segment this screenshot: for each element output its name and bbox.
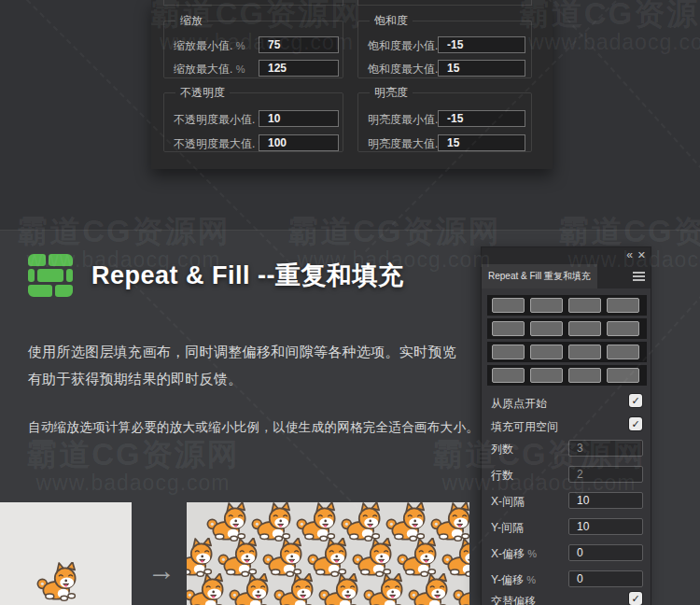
panel-tab[interactable]: Repeat & Fill 重复和填充 [482, 264, 597, 288]
shiba-dog-illustration [187, 573, 228, 605]
shiba-dog-illustration [35, 562, 80, 601]
layer-thumbnail-button[interactable] [492, 368, 525, 383]
layer-thumbnail-button[interactable] [607, 298, 639, 313]
panel-body: 从原点开始✓填充可用空间✓列数3行数2X-间隔10Y-间隔10X-偏移 %0Y-… [482, 288, 651, 605]
field-label: 缩放最大值. % [174, 62, 245, 77]
shiba-dog-illustration [362, 573, 407, 605]
close-panel-icon[interactable]: ✕ [637, 249, 646, 261]
layer-thumbnail-button[interactable] [568, 345, 601, 359]
before-canvas-preview [0, 502, 132, 605]
panel-title-bar: « ✕ [482, 247, 651, 264]
page-title: Repeat & Fill --重复和填充 [91, 259, 404, 292]
shiba-dog-illustration [340, 502, 385, 542]
shiba-dog-illustration [250, 502, 295, 542]
field-label: X-偏移 % [491, 546, 537, 562]
group-brightness: 明亮度 明亮度最小值. % -15 明亮度最大值. % 15 [357, 85, 532, 152]
panel-field-input-4[interactable]: 0 [568, 544, 643, 561]
panel-field-input-1[interactable]: 2 [568, 466, 643, 483]
panel-field-input-0[interactable]: 3 [568, 440, 643, 457]
brightness-max-input[interactable]: 15 [438, 134, 525, 151]
shiba-dog-illustration [407, 573, 452, 605]
layer-thumbnail-button[interactable] [492, 321, 525, 336]
layer-thumbnail-row [487, 295, 647, 316]
description-paragraph: 使用所选图层填充画布，同时调整偏移和间隙等各种选项。实时预览有助于获得预期结果的… [28, 339, 465, 392]
saturation-min-input[interactable]: -15 [438, 36, 525, 53]
group-title: 不透明度 [175, 85, 230, 101]
shiba-dog-illustration [452, 573, 469, 605]
repeat-fill-panel: « ✕ Repeat & Fill 重复和填充 从原点开始✓填充可用空间✓列数3… [481, 246, 651, 605]
layer-thumbnail-button[interactable] [530, 321, 563, 336]
group-title: 明亮度 [370, 85, 413, 101]
field-label: X-间隔 [491, 494, 525, 510]
group-saturation: 饱和度 饱和度最小值. % -15 饱和度最大值. % 15 [357, 13, 532, 78]
shiba-dog-illustration [217, 538, 261, 577]
fill-available-space-checkbox[interactable]: ✓ [629, 417, 642, 430]
checkbox-label: 填充可用空间 [491, 419, 558, 435]
arrow-right-icon: → [143, 555, 180, 586]
layer-thumbnail-button[interactable] [492, 298, 525, 313]
shiba-dog-illustration [396, 538, 441, 577]
layer-thumbnail-row [487, 365, 647, 386]
panel-field-input-2[interactable]: 10 [568, 492, 643, 509]
layer-thumbnail-button[interactable] [530, 298, 563, 313]
shiba-dog-illustration [228, 573, 273, 605]
panel-field-input-3[interactable]: 10 [568, 518, 643, 535]
saturation-max-input[interactable]: 15 [438, 60, 525, 77]
group-title: 缩放 [175, 13, 207, 29]
field-label: 不透明度最大值. % [174, 136, 267, 152]
field-label: 缩放最小值. % [174, 38, 245, 54]
opacity-min-input[interactable]: 10 [259, 110, 339, 127]
shiba-dog-illustration [306, 538, 351, 577]
shiba-dog-illustration [441, 538, 469, 577]
checkbox-label: 从原点开始 [491, 396, 547, 412]
group-opacity: 不透明度 不透明度最小值. % 10 不透明度最大值. % 100 [163, 85, 343, 152]
shiba-dog-illustration [295, 502, 340, 542]
shiba-dog-illustration [205, 502, 250, 542]
panel-flyout-menu-icon[interactable] [633, 272, 645, 281]
shiba-dog-illustration [385, 502, 429, 542]
start-from-origin-checkbox[interactable]: ✓ [629, 394, 642, 407]
shiba-dog-illustration [273, 573, 317, 605]
layer-thumbnail-button[interactable] [530, 368, 563, 383]
layer-thumbnail-button[interactable] [607, 368, 639, 383]
field-label: Y-间隔 [491, 520, 524, 536]
field-label: Y-偏移 % [491, 572, 536, 588]
autoscale-paragraph: 自动缩放选项计算必要的放大或缩小比例，以使生成的网格完全适合画布大小。 [28, 416, 495, 439]
field-label: 列数 [491, 442, 513, 457]
shiba-dog-illustration [351, 538, 396, 577]
layer-thumbnail-row [487, 318, 647, 339]
layer-thumbnail-button[interactable] [568, 368, 601, 383]
layer-thumbnail-button[interactable] [530, 345, 563, 359]
alternate-offset-checkbox[interactable]: ✓ [629, 592, 642, 605]
group-scale: 缩放 缩放最小值. % 75 缩放最大值. % 125 [163, 13, 343, 78]
shiba-dog-illustration [261, 538, 306, 577]
layer-thumbnail-button[interactable] [607, 345, 639, 359]
scale-max-input[interactable]: 125 [259, 60, 339, 77]
repeat-fill-logo-icon [28, 254, 73, 297]
scale-min-input[interactable]: 75 [259, 36, 339, 53]
checkbox-label: 交替偏移 [491, 594, 536, 605]
brightness-min-input[interactable]: -15 [438, 110, 525, 127]
field-label: 不透明度最小值. % [174, 112, 267, 128]
collapse-panel-icon[interactable]: « [626, 248, 632, 261]
settings-dialog: 缩放 缩放最小值. % 75 缩放最大值. % 125 饱和度 饱和度最小值. … [151, 0, 553, 169]
layer-thumbnail-button[interactable] [607, 321, 639, 336]
shiba-dog-illustration [429, 502, 469, 542]
cutoff-group-border [163, 0, 343, 6]
group-title: 饱和度 [370, 13, 413, 29]
after-pattern-preview [187, 502, 469, 605]
shiba-dog-illustration [187, 538, 217, 577]
shiba-dog-illustration [317, 573, 362, 605]
opacity-max-input[interactable]: 100 [259, 134, 339, 151]
panel-tab-bar: Repeat & Fill 重复和填充 [482, 264, 651, 288]
layer-thumbnail-row [487, 342, 647, 362]
field-label: 行数 [491, 468, 513, 484]
layer-thumbnail-button[interactable] [492, 345, 525, 359]
layer-thumbnail-button[interactable] [568, 298, 601, 313]
panel-field-input-5[interactable]: 0 [568, 570, 643, 587]
layer-thumbnail-button[interactable] [568, 321, 601, 336]
cutoff-group-border [357, 0, 532, 6]
